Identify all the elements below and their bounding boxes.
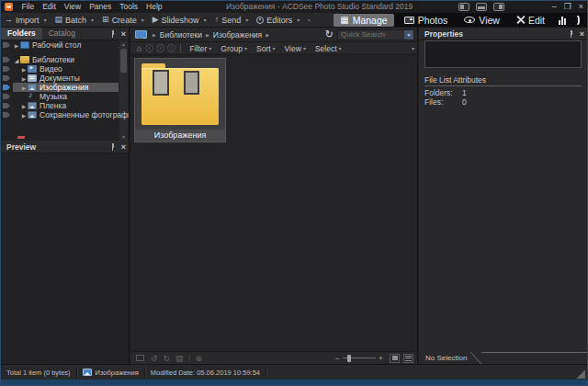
layout-toggles (458, 3, 504, 11)
zoom-slider-thumb[interactable] (347, 355, 351, 362)
pin-icon[interactable] (109, 30, 116, 38)
thumbnail-view-icon[interactable] (390, 354, 400, 363)
expand-arrow-icon[interactable]: ▶ (20, 103, 28, 109)
menu-panes[interactable]: Panes (85, 1, 116, 13)
expand-arrow-icon[interactable]: ▶ (20, 112, 28, 119)
mode-photos-button[interactable]: Photos (398, 14, 455, 27)
back-icon[interactable]: ‹ (145, 44, 153, 52)
scrollbar-thumb[interactable] (120, 49, 127, 73)
easy-select-indicator[interactable] (3, 112, 10, 118)
easy-select-indicator[interactable] (3, 42, 10, 48)
easy-select-indicator[interactable] (3, 94, 10, 99)
toggle-bottom-panel-icon[interactable] (476, 3, 487, 11)
tab-catalog[interactable]: Catalog (42, 28, 82, 40)
view-menu[interactable]: View (280, 44, 311, 53)
collapse-arrow-icon[interactable]: ◢ (13, 57, 20, 63)
batch-button[interactable]: ▤Batch (55, 16, 95, 25)
menu-file[interactable]: File (17, 1, 39, 13)
zoom-in-icon[interactable]: + (376, 354, 386, 363)
easy-select-indicator[interactable] (3, 57, 10, 62)
close-icon[interactable]: × (121, 30, 126, 38)
rotate-right-icon[interactable]: ↻ (161, 353, 174, 364)
menu-view[interactable]: View (60, 1, 85, 13)
filterbar-overflow-icon[interactable]: ▾ (412, 45, 417, 51)
copy-icon[interactable]: ▤ (173, 353, 187, 364)
create-button[interactable]: ⊞Create (102, 16, 144, 25)
bar-chart-icon[interactable] (555, 16, 570, 25)
menu-edit[interactable]: Edit (39, 1, 61, 13)
tree-item[interactable]: ▶ Музыка (1, 92, 129, 101)
zoom-out-icon[interactable]: − (332, 354, 342, 363)
easy-select-indicator[interactable] (3, 85, 10, 90)
pin-icon[interactable] (109, 143, 116, 151)
zoom-slider[interactable] (343, 358, 376, 358)
close-button[interactable]: × (579, 1, 583, 13)
acdsee-logo-icon[interactable] (5, 3, 13, 11)
resize-grip[interactable] (576, 369, 585, 379)
pin-icon[interactable] (568, 30, 574, 38)
search-dropdown-icon[interactable]: ▼ (404, 30, 413, 40)
up-icon[interactable]: ↑ (167, 44, 175, 52)
expand-arrow-icon[interactable]: ▶ (13, 42, 20, 49)
toolbar-overflow-icon[interactable]: ▪ (308, 17, 310, 23)
breadcrumb-separator-icon[interactable]: ▶ (262, 32, 273, 38)
breadcrumb-pictures[interactable]: Изображения (213, 30, 262, 40)
filter-menu[interactable]: Filter (185, 44, 216, 53)
computer-icon[interactable] (135, 30, 145, 39)
easy-select-indicator[interactable] (3, 103, 10, 108)
pictures-icon (28, 102, 37, 109)
scroll-down-icon[interactable]: ▼ (119, 133, 128, 141)
expand-arrow-icon[interactable]: ▶ (20, 85, 28, 91)
desktop-icon (20, 41, 29, 49)
tab-folders[interactable]: Folders (1, 28, 42, 40)
easy-select-indicator[interactable] (3, 75, 10, 81)
tree-item[interactable]: ▶ Видео (1, 64, 129, 74)
toggle-right-panel-icon[interactable] (493, 3, 504, 11)
close-icon[interactable]: × (580, 30, 584, 38)
tree-item[interactable]: ▶ Рабочий стол (1, 40, 129, 50)
expand-arrow-icon[interactable]: ▶ (20, 75, 28, 82)
minimize-button[interactable]: – (552, 1, 557, 13)
left-column: Folders Catalog × ▶ Рабочий стол ◢ Библи… (1, 28, 130, 364)
tree-item-label: Музыка (40, 92, 67, 101)
sort-menu[interactable]: Sort (252, 44, 280, 53)
tree-scrollbar[interactable]: ▲ ▼ (119, 40, 128, 141)
tree-item[interactable]: ▶ Документы (1, 74, 129, 83)
editors-button[interactable]: Editors (256, 16, 300, 25)
group-menu[interactable]: Group (216, 44, 252, 53)
tree-item[interactable]: ▶ Пленка (1, 101, 129, 110)
no-selection-tab[interactable]: No Selection (419, 352, 470, 364)
mode-view-button[interactable]: View (458, 14, 506, 27)
detail-view-icon[interactable] (403, 354, 413, 363)
tree-item[interactable]: ▶ Сохраненные фотографии (1, 110, 129, 119)
rotate-left-icon[interactable]: ↺ (148, 353, 161, 364)
import-button[interactable]: →Import (5, 16, 47, 25)
selection-tab-bar: No Selection (419, 352, 587, 364)
maximize-button[interactable]: ❐ (564, 1, 571, 13)
easy-select-indicator[interactable] (3, 66, 10, 72)
tree-item[interactable]: ◢ Библиотеки (1, 55, 129, 64)
scroll-up-icon[interactable]: ▲ (119, 40, 128, 48)
mode-edit-button[interactable]: Edit (510, 14, 551, 27)
quick-search-input[interactable] (338, 30, 404, 40)
sync-icon[interactable]: ⊕ (193, 353, 206, 364)
breadcrumb-libraries[interactable]: Библиотеки (160, 30, 202, 40)
preview-toggle-icon[interactable] (136, 355, 144, 361)
refresh-icon[interactable]: ↻ (322, 29, 337, 40)
forward-icon[interactable]: › (156, 44, 164, 52)
acdsee-365-icon[interactable] (576, 16, 580, 25)
folder-thumbnail-selected[interactable]: Изображения (134, 58, 226, 142)
tree-item-selected[interactable]: ▶ Изображения (1, 83, 129, 92)
mode-manage-button[interactable]: ▦Manage (334, 14, 393, 27)
slideshow-button[interactable]: ▶Slideshow (153, 16, 207, 25)
menu-help[interactable]: Help (142, 1, 166, 13)
send-button[interactable]: ↑Send (215, 16, 249, 25)
menu-tools[interactable]: Tools (116, 1, 142, 13)
file-list[interactable]: Изображения (130, 55, 417, 351)
breadcrumb-separator-icon: ▶ (149, 32, 160, 38)
home-icon[interactable]: ⌂ (135, 44, 143, 53)
select-menu[interactable]: Select (311, 44, 346, 53)
expand-arrow-icon[interactable]: ▶ (20, 66, 28, 73)
close-icon[interactable]: × (121, 143, 126, 151)
toggle-left-panel-icon[interactable] (458, 3, 469, 11)
